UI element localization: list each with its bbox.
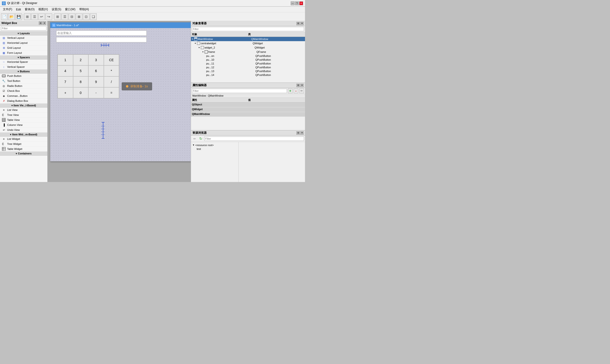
res-edit-button[interactable]: ✏ <box>192 136 197 141</box>
widget-horizontal-spacer[interactable]: ↔ Horizontal Spacer <box>0 59 47 65</box>
menu-windows[interactable]: 窗口(W) <box>63 7 77 12</box>
widget-vertical-layout[interactable]: ▤ Vertical Layout <box>0 36 47 40</box>
widget-box-filter-input[interactable] <box>1 26 46 30</box>
tree-item-pu-on[interactable]: pu...on QPushButton <box>191 54 305 58</box>
calc-btn-div[interactable]: / <box>104 76 119 87</box>
widget-list-widget[interactable]: ≡ List Widget <box>0 137 47 142</box>
tree-item-centralwidget[interactable]: ▾ centralwidget QWidget <box>191 41 305 45</box>
expand-root[interactable]: ▾ <box>193 143 194 146</box>
category-layouts[interactable]: Layouts <box>0 31 47 36</box>
tree-item-pu10[interactable]: pu...10 QPushButton <box>191 58 305 62</box>
obj-inspector-filter-input[interactable] <box>192 27 304 31</box>
widget-tool-button[interactable]: 🔧 Tool Button <box>0 78 47 83</box>
tree-item-pu13[interactable]: pu...13 QPushButton <box>191 69 305 73</box>
widget-horizontal-layout[interactable]: ▥ Horizontal Layout <box>0 40 47 45</box>
prop-remove-button[interactable]: - <box>294 89 298 93</box>
res-browser-float[interactable]: ⊡ <box>297 131 300 135</box>
minimize-button[interactable]: — <box>291 1 295 5</box>
res-refresh-button[interactable]: ↻ <box>198 136 203 141</box>
menu-settings[interactable]: 设置(S) <box>50 7 63 12</box>
widget-push-button[interactable]: OK Push Button <box>0 74 47 78</box>
widget-column-view[interactable]: ▐ Column View <box>0 123 47 128</box>
res-item-test[interactable]: test <box>192 147 237 151</box>
tree-item-pu12[interactable]: pu...12 QPushButton <box>191 65 305 69</box>
widget-list-view[interactable]: ≡ List View <box>0 107 47 113</box>
toolbar-open[interactable]: 📂 <box>8 13 15 20</box>
toolbar-save[interactable]: 💾 <box>15 13 22 20</box>
sub-window-body[interactable]: 1 2 3 CE 4 5 6 * 7 8 9 / <box>50 28 191 161</box>
expand-centralwidget[interactable]: ▾ <box>195 42 196 44</box>
obj-inspector-close[interactable]: ✕ <box>300 22 304 25</box>
menu-help[interactable]: 帮助(H) <box>77 7 91 12</box>
widget-command-button[interactable]: ◈ Comman...Button <box>0 93 47 99</box>
obj-inspector-float[interactable]: ⊡ <box>297 22 300 25</box>
calc-btn-0[interactable]: 0 <box>73 87 89 98</box>
widget-box-close[interactable]: ✕ <box>43 21 46 25</box>
toolbar-btn-10[interactable]: ⊟ <box>68 13 75 20</box>
widget-table-view[interactable]: Table View <box>0 117 47 123</box>
prop-add-button[interactable]: + <box>288 89 293 93</box>
widget-grid-layout[interactable]: ⊞ Grid Layout <box>0 45 47 51</box>
prop-filter-input[interactable] <box>192 89 287 93</box>
expand-frame[interactable]: ▾ <box>202 51 203 53</box>
widget-vertical-spacer[interactable]: ↕ Vertical Spacer <box>0 65 47 69</box>
prop-edit-button[interactable]: ✏ <box>299 89 304 93</box>
toolbar-btn-11[interactable]: ⊠ <box>76 13 82 20</box>
calc-btn-5[interactable]: 5 <box>73 65 89 76</box>
tree-item-widget2[interactable]: ▾ widget_2 QWidget <box>191 45 305 50</box>
widget-dialog-button-box[interactable]: ✗ Dialog Button Box <box>0 99 47 104</box>
widget-check-box[interactable]: ☑ Check Box <box>0 89 47 93</box>
toolbar-btn-13[interactable]: ❏ <box>90 13 97 20</box>
calc-btn-minus[interactable]: - <box>88 87 104 98</box>
menu-view[interactable]: 视图(V) <box>36 7 50 12</box>
widget-form-layout[interactable]: ▦ Form Layout <box>0 51 47 55</box>
tree-item-mainwindow[interactable]: ▾ MainWindow QMainWindow <box>191 37 305 41</box>
menu-file[interactable]: 文件(F) <box>1 7 14 12</box>
category-containers[interactable]: Containers <box>0 152 47 156</box>
search-input-2[interactable] <box>56 37 147 42</box>
widget-radio-button[interactable]: ◎ Radio Button <box>0 83 47 89</box>
calc-btn-plus[interactable]: + <box>58 87 73 98</box>
calc-btn-8[interactable]: 8 <box>73 76 89 87</box>
menu-edit[interactable]: Edit <box>14 7 23 12</box>
widget-table-widget[interactable]: Table Widget <box>0 146 47 152</box>
category-item-views[interactable]: Item Vie...l-Based) <box>0 104 47 107</box>
toolbar-btn-5[interactable]: ☰ <box>31 13 38 20</box>
res-browser-close[interactable]: ✕ <box>300 131 304 135</box>
close-button[interactable]: ✕ <box>299 1 303 5</box>
tree-item-pu11[interactable]: pu...11 QPushButton <box>191 62 305 65</box>
search-input-1[interactable] <box>56 30 147 36</box>
toolbar-btn-12[interactable]: ⊡ <box>83 13 90 20</box>
category-item-widgets[interactable]: Item Wid...m-Based) <box>0 132 47 137</box>
calc-btn-mul[interactable]: * <box>104 65 119 76</box>
prop-editor-float[interactable]: ⊡ <box>297 84 300 87</box>
toolbar-btn-8[interactable]: ⊞ <box>54 13 61 20</box>
toolbar-new[interactable]: 📄 <box>1 13 8 20</box>
calc-btn-6[interactable]: 6 <box>88 65 104 76</box>
toolbar-btn-4[interactable]: ⊞ <box>24 13 31 20</box>
res-item-root[interactable]: ▾ <resource root> <box>192 143 237 147</box>
widget-tree-view[interactable]: Tree View <box>0 113 47 117</box>
calc-btn-9[interactable]: 9 <box>88 76 104 87</box>
widget-undo-view[interactable]: ↩ Undo View <box>0 128 47 132</box>
maximize-button[interactable]: ❐ <box>295 1 299 5</box>
calc-btn-3[interactable]: 3 <box>88 54 104 65</box>
calc-btn-4[interactable]: 4 <box>58 65 73 76</box>
center-canvas[interactable]: Q MainWindow - 1.ui* — ❐ ✕ <box>48 21 191 182</box>
menu-window[interactable]: 窗体(O) <box>23 7 36 12</box>
category-buttons[interactable]: Buttons <box>0 69 47 74</box>
calc-btn-1[interactable]: 1 <box>58 54 73 65</box>
widget-box-float[interactable]: ⊡ <box>39 21 42 25</box>
calc-btn-7[interactable]: 7 <box>58 76 73 87</box>
category-spacers[interactable]: Spacers <box>0 55 47 59</box>
tree-item-frame[interactable]: ▾ frame QFrame <box>191 50 305 54</box>
expand-widget2[interactable]: ▾ <box>199 46 200 49</box>
res-filter-input[interactable] <box>204 137 304 141</box>
calc-btn-2[interactable]: 2 <box>73 54 89 65</box>
tree-item-pu14[interactable]: pu...14 QPushButton <box>191 73 305 77</box>
widget-tree-widget[interactable]: Tree Widget <box>0 142 47 146</box>
calc-btn-ce[interactable]: CE <box>104 54 119 65</box>
prop-editor-close[interactable]: ✕ <box>300 84 304 87</box>
calc-btn-eq[interactable]: = <box>104 87 119 98</box>
toolbar-btn-9[interactable]: ☰ <box>61 13 68 20</box>
